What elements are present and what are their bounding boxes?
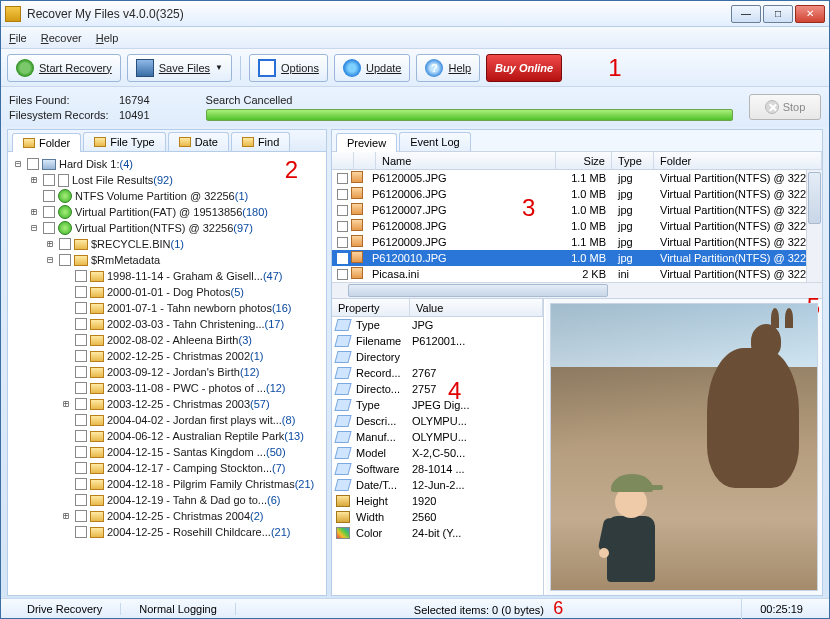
tab-preview[interactable]: Preview — [336, 133, 397, 152]
checkbox[interactable] — [337, 269, 348, 280]
expand-toggle[interactable]: ⊞ — [28, 204, 40, 220]
start-recovery-button[interactable]: Start Recovery — [7, 54, 121, 82]
expand-toggle[interactable]: ⊟ — [12, 156, 24, 172]
menu-help[interactable]: Help — [96, 32, 119, 44]
checkbox[interactable] — [75, 334, 87, 346]
checkbox[interactable] — [337, 253, 348, 264]
property-row[interactable]: ModelX-2,C-50... — [332, 445, 543, 461]
tab-find[interactable]: Find — [231, 132, 290, 151]
col-folder[interactable]: Folder — [654, 152, 822, 169]
checkbox[interactable] — [75, 494, 87, 506]
tree-row[interactable]: ⊟$RmMetadata — [10, 252, 324, 268]
tree-row[interactable]: 2004-06-12 - Australian Reptile Park (13… — [10, 428, 324, 444]
close-button[interactable]: ✕ — [795, 5, 825, 23]
vertical-scrollbar[interactable] — [806, 170, 822, 282]
scroll-thumb[interactable] — [808, 172, 821, 224]
property-list[interactable]: 4 TypeJPGFilenameP612001...DirectoryReco… — [332, 317, 543, 595]
menu-file[interactable]: File — [9, 32, 27, 44]
tree-row[interactable]: ⊞Virtual Partition(FAT) @ 19513856 (180) — [10, 204, 324, 220]
tree-row[interactable]: 2003-11-08 - PWC - photos of ... (12) — [10, 380, 324, 396]
tab-event-log[interactable]: Event Log — [399, 132, 471, 151]
checkbox[interactable] — [59, 238, 71, 250]
tab-date[interactable]: Date — [168, 132, 229, 151]
property-row[interactable]: Directo...2757 — [332, 381, 543, 397]
checkbox[interactable] — [75, 382, 87, 394]
property-row[interactable]: Manuf...OLYMPU... — [332, 429, 543, 445]
tree-row[interactable]: ⊞Lost File Results (92) — [10, 172, 324, 188]
tree-row[interactable]: 2004-12-19 - Tahn & Dad go to... (6) — [10, 492, 324, 508]
checkbox[interactable] — [337, 221, 348, 232]
tree-row[interactable]: NTFS Volume Partition @ 32256 (1) — [10, 188, 324, 204]
expand-toggle[interactable]: ⊞ — [60, 508, 72, 524]
property-row[interactable]: Directory — [332, 349, 543, 365]
property-row[interactable]: Software28-1014 ... — [332, 461, 543, 477]
scroll-thumb[interactable] — [348, 284, 608, 297]
tree-row[interactable]: 2000-01-01 - Dog Photos (5) — [10, 284, 324, 300]
checkbox[interactable] — [75, 414, 87, 426]
property-row[interactable]: Descri...OLYMPU... — [332, 413, 543, 429]
tree-row[interactable]: 2004-12-15 - Santas Kingdom ... (50) — [10, 444, 324, 460]
checkbox[interactable] — [75, 270, 87, 282]
checkbox[interactable] — [75, 478, 87, 490]
checkbox[interactable] — [27, 158, 39, 170]
property-row[interactable]: FilenameP612001... — [332, 333, 543, 349]
property-row[interactable]: Width2560 — [332, 509, 543, 525]
maximize-button[interactable]: □ — [763, 5, 793, 23]
tree-row[interactable]: 2004-12-18 - Pilgrim Family Christmas (2… — [10, 476, 324, 492]
checkbox[interactable] — [75, 366, 87, 378]
tree-row[interactable]: 2002-03-03 - Tahn Christening... (17) — [10, 316, 324, 332]
checkbox[interactable] — [337, 205, 348, 216]
col-type[interactable]: Type — [612, 152, 654, 169]
tab-folder[interactable]: Folder — [12, 133, 81, 152]
col-name[interactable]: Name — [376, 152, 556, 169]
tree-row[interactable]: 1998-11-14 - Graham & Gisell... (47) — [10, 268, 324, 284]
file-row[interactable]: P6120006.JPG1.0 MBjpgVirtual Partition(N… — [332, 186, 822, 202]
help-button[interactable]: ?Help — [416, 54, 480, 82]
property-row[interactable]: Record...2767 — [332, 365, 543, 381]
tree-row[interactable]: ⊞2004-12-25 - Christmas 2004 (2) — [10, 508, 324, 524]
col-property[interactable]: Property — [332, 299, 410, 316]
checkbox[interactable] — [43, 190, 55, 202]
checkbox[interactable] — [75, 462, 87, 474]
col-size[interactable]: Size — [556, 152, 612, 169]
checkbox[interactable] — [75, 350, 87, 362]
tree-row[interactable]: 2002-08-02 - Ahleena Birth (3) — [10, 332, 324, 348]
property-row[interactable]: TypeJPEG Dig... — [332, 397, 543, 413]
tree-row[interactable]: 2004-12-25 - Rosehill Childcare... (21) — [10, 524, 324, 540]
menu-recover[interactable]: Recover — [41, 32, 82, 44]
property-row[interactable]: TypeJPG — [332, 317, 543, 333]
tree-row[interactable]: ⊞$RECYCLE.BIN (1) — [10, 236, 324, 252]
tree-row[interactable]: ⊟Hard Disk 1: (4) — [10, 156, 324, 172]
property-row[interactable]: Height1920 — [332, 493, 543, 509]
minimize-button[interactable]: — — [731, 5, 761, 23]
save-files-button[interactable]: Save Files▼ — [127, 54, 232, 82]
checkbox[interactable] — [75, 398, 87, 410]
checkbox[interactable] — [75, 430, 87, 442]
tree-row[interactable]: 2003-09-12 - Jordan's Birth (12) — [10, 364, 324, 380]
checkbox[interactable] — [75, 318, 87, 330]
tree-row[interactable]: 2001-07-1 - Tahn newborn photos (16) — [10, 300, 324, 316]
expand-toggle[interactable]: ⊞ — [28, 172, 40, 188]
tab-file-type[interactable]: File Type — [83, 132, 165, 151]
property-row[interactable]: Color24-bit (Y... — [332, 525, 543, 541]
horizontal-scrollbar[interactable] — [332, 282, 822, 298]
tree-row[interactable]: ⊞2003-12-25 - Christmas 2003 (57) — [10, 396, 324, 412]
checkbox[interactable] — [43, 222, 55, 234]
folder-tree[interactable]: 2 ⊟Hard Disk 1: (4)⊞Lost File Results (9… — [8, 152, 326, 595]
checkbox[interactable] — [75, 302, 87, 314]
checkbox[interactable] — [43, 206, 55, 218]
file-row[interactable]: P6120009.JPG1.1 MBjpgVirtual Partition(N… — [332, 234, 822, 250]
checkbox[interactable] — [75, 510, 87, 522]
checkbox[interactable] — [337, 189, 348, 200]
checkbox[interactable] — [337, 237, 348, 248]
tree-row[interactable]: ⊟Virtual Partition(NTFS) @ 32256 (97) — [10, 220, 324, 236]
expand-toggle[interactable]: ⊞ — [60, 396, 72, 412]
expand-toggle[interactable]: ⊞ — [44, 236, 56, 252]
file-row[interactable]: P6120008.JPG1.0 MBjpgVirtual Partition(N… — [332, 218, 822, 234]
buy-online-button[interactable]: Buy Online — [486, 54, 562, 82]
expand-toggle[interactable]: ⊟ — [28, 220, 40, 236]
col-value[interactable]: Value — [410, 299, 543, 316]
file-row[interactable]: P6120010.JPG1.0 MBjpgVirtual Partition(N… — [332, 250, 822, 266]
tree-row[interactable]: 2002-12-25 - Christmas 2002 (1) — [10, 348, 324, 364]
expand-toggle[interactable]: ⊟ — [44, 252, 56, 268]
